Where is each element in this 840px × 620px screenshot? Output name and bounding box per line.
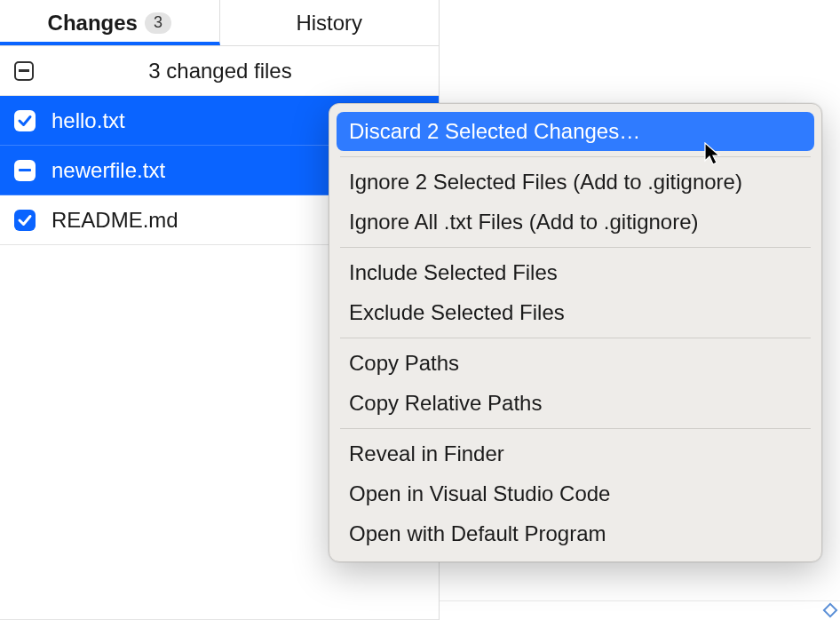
menu-discard-selected[interactable]: Discard 2 Selected Changes… [337, 112, 814, 151]
tab-history-label: History [296, 11, 362, 36]
menu-separator [340, 428, 811, 429]
changes-count-badge: 3 [145, 12, 171, 34]
check-icon [17, 113, 33, 129]
menu-reveal-finder[interactable]: Reveal in Finder [337, 434, 814, 473]
menu-separator [340, 156, 811, 157]
file-checkbox[interactable] [14, 110, 36, 131]
app-root: Changes 3 History 3 changed files hello.… [0, 0, 840, 620]
menu-copy-relative-paths[interactable]: Copy Relative Paths [337, 384, 814, 423]
changes-summary-row[interactable]: 3 changed files [0, 46, 439, 96]
changes-summary-text: 3 changed files [52, 59, 424, 83]
menu-ignore-extension[interactable]: Ignore All .txt Files (Add to .gitignore… [337, 203, 814, 242]
file-name: README.md [52, 208, 178, 233]
resize-handle-icon[interactable] [823, 603, 838, 618]
tabs: Changes 3 History [0, 0, 439, 46]
context-menu: Discard 2 Selected Changes… Ignore 2 Sel… [329, 103, 822, 562]
file-name: newerfile.txt [52, 158, 165, 183]
menu-include-selected[interactable]: Include Selected Files [337, 253, 814, 292]
menu-ignore-selected[interactable]: Ignore 2 Selected Files (Add to .gitigno… [337, 163, 814, 202]
file-name: hello.txt [52, 108, 125, 133]
file-checkbox-mixed[interactable] [14, 160, 36, 181]
tab-history[interactable]: History [220, 0, 440, 45]
menu-exclude-selected[interactable]: Exclude Selected Files [337, 293, 814, 332]
file-checkbox[interactable] [14, 210, 36, 231]
select-all-checkbox-mixed[interactable] [14, 61, 34, 81]
menu-separator [340, 338, 811, 338]
check-icon [17, 212, 33, 228]
tab-changes-label: Changes [48, 11, 138, 36]
menu-separator [340, 247, 811, 248]
menu-copy-paths[interactable]: Copy Paths [337, 344, 814, 383]
tab-changes[interactable]: Changes 3 [0, 0, 220, 45]
menu-open-default[interactable]: Open with Default Program [337, 514, 814, 553]
menu-open-vscode[interactable]: Open in Visual Studio Code [337, 474, 814, 513]
divider [440, 600, 840, 601]
